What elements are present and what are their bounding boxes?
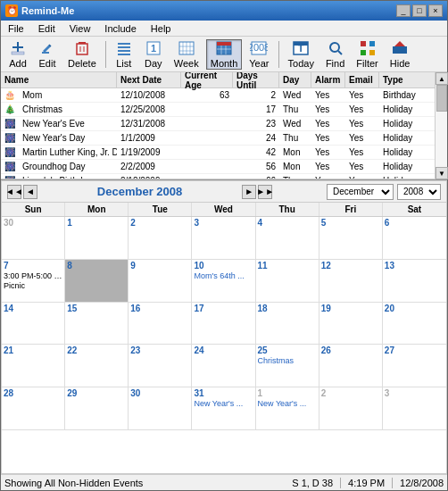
status-sep-2 xyxy=(392,478,393,488)
col-header-next[interactable]: Next Date xyxy=(117,72,181,87)
delete-icon xyxy=(73,39,91,57)
scroll-down-button[interactable]: ▼ xyxy=(436,167,448,179)
list-row[interactable]: 🎄 Christmas 12/25/2008 17 Thu Yes Yes Ho… xyxy=(1,103,435,117)
list-row[interactable]: 🎆 New Year's Eve 12/31/2008 23 Wed Yes Y… xyxy=(1,117,435,131)
col-header-type[interactable]: Type xyxy=(379,72,433,87)
close-button[interactable]: × xyxy=(428,4,443,17)
row-days: 56 xyxy=(233,162,279,171)
calendar-cell[interactable]: 24 xyxy=(192,345,255,387)
calendar-cell[interactable]: 3 xyxy=(192,217,255,259)
cell-number: 30 xyxy=(4,218,62,229)
next-year-button[interactable]: ►► xyxy=(258,185,272,199)
calendar-cell[interactable]: 1 xyxy=(65,217,129,259)
today-button[interactable]: T Today xyxy=(284,39,319,70)
menu-file[interactable]: File xyxy=(4,22,28,35)
calendar-cell[interactable]: 26 xyxy=(319,345,383,387)
list-button[interactable]: List xyxy=(111,39,137,70)
calendar-cell[interactable]: 31New Year's ... xyxy=(192,387,255,429)
calendar-cell[interactable]: 3 xyxy=(383,387,446,429)
calendar-cell[interactable]: 9 xyxy=(129,260,192,302)
svg-line-32 xyxy=(338,51,342,54)
next-month-button[interactable]: ► xyxy=(242,185,256,199)
col-header-dow[interactable]: Day xyxy=(279,72,311,87)
toolbar-sep-1 xyxy=(105,41,106,68)
cell-event: New Year's ... xyxy=(258,399,317,409)
calendar-cell[interactable]: 1New Year's ... xyxy=(256,387,319,429)
hide-button[interactable]: Hide xyxy=(386,39,415,70)
calendar-cell[interactable]: 17 xyxy=(192,303,255,345)
row-next-date: 12/31/2008 xyxy=(117,119,181,129)
calendar-pane: ◄◄ ◄ December 2008 ► ►► JanuaryFebruaryM… xyxy=(1,180,447,474)
find-button[interactable]: Find xyxy=(321,39,349,70)
calendar-cell[interactable]: 25Christmas xyxy=(256,345,319,387)
list-row[interactable]: 🎂 Mom 12/10/2008 63 2 Wed Yes Yes Birthd… xyxy=(1,88,435,103)
calendar-cell[interactable]: 20 xyxy=(383,303,446,345)
calendar-cell[interactable]: 12 xyxy=(319,260,383,302)
calendar-cell[interactable]: 10Mom's 64th ... xyxy=(192,260,255,302)
calendar-cell[interactable]: 6 xyxy=(383,217,446,259)
calendar-cell[interactable]: 27 xyxy=(383,345,446,387)
calendar-cell[interactable]: 19 xyxy=(319,303,383,345)
calendar-cell[interactable]: 2 xyxy=(319,387,383,429)
day-header-fri: Fri xyxy=(319,203,383,216)
calendar-cell[interactable]: 23 xyxy=(129,345,192,387)
calendar-cell[interactable]: 29 xyxy=(65,387,129,429)
scroll-track xyxy=(436,85,447,167)
cell-number: 30 xyxy=(130,388,189,399)
calendar-cell[interactable]: 4 xyxy=(256,217,319,259)
row-icon: 🎆 xyxy=(1,162,19,171)
scroll-up-button[interactable]: ▲ xyxy=(436,72,448,85)
row-icon: 🎆 xyxy=(1,147,19,157)
list-row[interactable]: 🎆 Groundhog Day 2/2/2009 56 Mon Yes Yes … xyxy=(1,160,435,174)
col-header-email[interactable]: Email xyxy=(345,72,379,87)
calendar-cell[interactable]: 18 xyxy=(256,303,319,345)
day-header-wed: Wed xyxy=(192,203,255,216)
col-header-name[interactable]: Name xyxy=(1,72,117,87)
toolbar: Add Edit Delete List 1 Day Week Month 20… xyxy=(1,37,447,72)
calendar-cell[interactable]: 13 xyxy=(383,260,446,302)
add-button[interactable]: Add xyxy=(4,39,31,70)
row-name: Christmas xyxy=(19,104,117,114)
list-row[interactable]: 🎆 Martin Luther King, Jr. Day 1/19/2009 … xyxy=(1,146,435,160)
svg-text:2008: 2008 xyxy=(250,42,268,53)
calendar-cell[interactable]: 8 xyxy=(65,260,129,302)
col-header-age[interactable]: Current Age xyxy=(181,72,233,87)
menu-view[interactable]: View xyxy=(66,22,95,35)
day-button[interactable]: 1 Day xyxy=(140,39,167,70)
menu-help[interactable]: Help xyxy=(147,22,175,35)
calendar-cell[interactable]: 5 xyxy=(319,217,383,259)
calendar-cell[interactable]: 16 xyxy=(129,303,192,345)
row-days: 2 xyxy=(233,90,279,100)
row-next-date: 12/25/2008 xyxy=(117,104,181,114)
calendar-cell[interactable]: 28 xyxy=(2,387,65,429)
edit-button[interactable]: Edit xyxy=(34,39,61,70)
filter-button[interactable]: Filter xyxy=(352,39,382,70)
list-row[interactable]: 🎆 Lincoln's Birthday 2/12/2009 66 Thu Ye… xyxy=(1,174,435,179)
maximize-button[interactable]: □ xyxy=(412,4,427,17)
month-button[interactable]: Month xyxy=(206,39,243,70)
prev-month-button[interactable]: ◄ xyxy=(23,185,37,199)
calendar-cell[interactable]: 30 xyxy=(129,387,192,429)
calendar-cell[interactable]: 14 xyxy=(2,303,65,345)
list-row[interactable]: 🎆 New Year's Day 1/1/2009 24 Thu Yes Yes… xyxy=(1,131,435,146)
svg-rect-2 xyxy=(12,52,24,54)
calendar-cell[interactable]: 21 xyxy=(2,345,65,387)
calendar-cell[interactable]: 2 xyxy=(129,217,192,259)
col-header-alarm[interactable]: Alarm xyxy=(311,72,345,87)
scroll-thumb[interactable] xyxy=(436,85,447,112)
minimize-button[interactable]: _ xyxy=(396,4,411,17)
calendar-cell[interactable]: 22 xyxy=(65,345,129,387)
calendar-cell[interactable]: 15 xyxy=(65,303,129,345)
prev-year-button[interactable]: ◄◄ xyxy=(7,185,21,199)
delete-button[interactable]: Delete xyxy=(63,39,101,70)
month-select[interactable]: JanuaryFebruaryMarch AprilMayJune JulyAu… xyxy=(327,184,394,200)
menu-include[interactable]: Include xyxy=(101,22,139,35)
calendar-cell[interactable]: 73:00 PM-5:00 PMPicnic xyxy=(2,260,65,302)
calendar-cell[interactable]: 11 xyxy=(256,260,319,302)
year-button[interactable]: 2008 Year xyxy=(245,39,273,70)
calendar-cell[interactable]: 30 xyxy=(2,217,65,259)
menu-edit[interactable]: Edit xyxy=(35,22,59,35)
year-select[interactable]: 20062007200820092010 xyxy=(397,184,441,200)
col-header-days[interactable]: Days Until xyxy=(233,72,279,87)
week-button[interactable]: Week xyxy=(170,39,203,70)
